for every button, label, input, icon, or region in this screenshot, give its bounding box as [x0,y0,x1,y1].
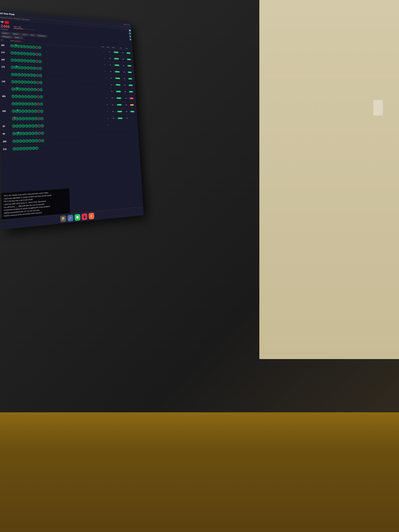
dock-icon-extra[interactable]: 🎯 [89,213,94,219]
serp-circles: 1 [11,87,52,91]
serp-circle [28,109,31,113]
screen-area: ari One Peak B I U ⓘ ≡ Keyword Activity … [0,11,144,229]
serp-circle: 1 [14,66,17,69]
filter-volume[interactable]: Volume ▼ [11,32,21,36]
rel-badge: HIGH [130,111,134,112]
cpc-cell: $0 [123,111,130,112]
rel-cell: HIGH [127,65,132,67]
dock-icon-whatsapp[interactable]: 💬 [75,214,81,221]
col-kgr: KGR [112,47,120,49]
rel-cell: HIGH [127,71,133,73]
serp-circle [24,88,27,91]
serp-circle [27,102,31,106]
right-icon-2[interactable]: 🖥 [129,32,131,34]
serp-circle [12,95,15,98]
rel-cell: HIGH [130,111,135,112]
progress-bar-fill [13,28,23,29]
serp-circle [15,125,19,128]
serp-circle [26,45,29,48]
dock-icon-0[interactable]: 📦 [60,215,66,222]
right-icon-3[interactable]: 📁 [129,35,131,38]
filter-cpc[interactable]: CPC ▼ [21,33,29,36]
vol-cell: 140 [2,80,11,83]
serp-circle [21,95,24,98]
filter-weakspots[interactable]: Weakspots ▼ [1,35,13,38]
cpc-cell: $0 [121,65,127,66]
kgr-cell: GOOD [113,64,121,66]
serp-circle [25,124,28,127]
rel-badge: HIGH [128,71,132,73]
serp-circle [40,117,44,120]
vol-cell: 480 [2,95,12,98]
hda-cell: 23 [109,84,114,86]
rel-badge: HIGH [128,84,133,86]
serp-circle [19,117,22,120]
lda-cell: 6 [104,104,110,106]
vol-cell: 390 [2,110,12,112]
filter-others[interactable]: Others ` ▼ [13,36,23,39]
serp-circle [31,124,34,127]
chevron-down-icon: ▼ [10,37,11,38]
serp-circle [25,102,27,106]
serp-circle [14,73,17,76]
hda-cell: 36 [108,71,114,72]
serp-circle [33,88,36,91]
col-lda: L.DA [101,46,107,48]
serp-circle [19,139,22,143]
kgr-cell: GOOD [113,71,121,73]
serp-circles: 3 [12,117,53,120]
hda-cell: 90 [111,118,116,119]
serp-circle [35,139,38,142]
serp-circle [39,67,42,70]
kgr-cell: GOOD [114,91,122,92]
serp-circle [33,81,36,84]
vol-cell [2,74,11,74]
serp-circle [41,132,44,135]
table-row[interactable]: 3901184GOOD$0HIGH [0,107,137,115]
filter-exclude[interactable]: Exclude ▼ [1,32,11,35]
vol-cell: 170 [1,51,11,54]
table-row[interactable]: 3190GOOD$0 [0,115,138,122]
serp-circle [14,80,17,83]
serp-circle: 1 [16,132,19,135]
serp-circle [35,146,38,150]
top-bar-extra: B I U ⓘ ≡ [124,23,130,26]
serp-circle [32,52,35,56]
wall-right [259,0,399,359]
country-code: TR [0,20,4,23]
lda-cell: 1 [102,70,108,72]
serp-circle [18,109,21,113]
rel-cell: HIGH [128,84,133,86]
serp-circle [21,80,24,84]
serp-circles: 1 [10,44,50,50]
filter-relevance[interactable]: Relevance ▼ [36,34,47,38]
dock-icon-phone[interactable]: 📱 [82,213,87,220]
serp-circle [37,95,40,98]
kgr-badge: GOOD [115,84,120,86]
serp-circle [38,53,41,56]
light-switch [373,100,383,116]
col-hda: H.DA [107,46,112,48]
serp-circle [22,132,25,135]
serp-circle [36,74,39,77]
filter-da[interactable]: DA ▼ [29,33,36,37]
serp-circles [11,80,51,84]
serp-circle [24,80,27,84]
serp-circle [34,110,37,113]
serp-circle [35,132,38,135]
serp-circle: 3 [12,117,15,120]
serp-circle [40,110,43,113]
serp-circle [31,95,33,98]
serp-circle [11,87,14,91]
rel-badge: LOW [129,98,133,99]
serp-circle [15,102,18,105]
serp-circle [40,102,43,106]
serp-circle [33,74,36,77]
serp-circle [25,117,28,120]
dock-icon-1[interactable]: 🚀 [67,215,73,222]
kgr-badge: GOOD [114,58,119,60]
serp-circle [41,139,44,142]
right-icon-4[interactable]: 📁 [129,38,132,40]
right-icon-1[interactable]: 📄 [129,29,131,32]
rel-badge: HIGH [127,52,131,54]
